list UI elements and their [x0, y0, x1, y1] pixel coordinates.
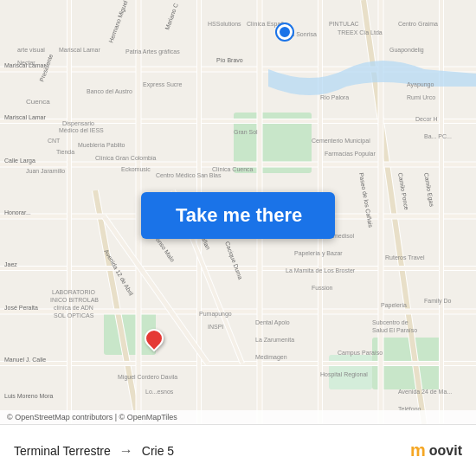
svg-text:Mueblería Pablito: Mueblería Pablito [78, 142, 125, 148]
svg-text:Manuel J. Calle: Manuel J. Calle [4, 357, 46, 363]
svg-text:José Peralta: José Peralta [4, 305, 38, 311]
map-container: Presidente Hermano Miguel Mariano C Pío … [0, 0, 476, 424]
bottom-bar: Terminal Terrestre → Crie 5 m oovit [0, 424, 476, 476]
svg-text:SOL OPTICAS: SOL OPTICAS [54, 312, 94, 318]
svg-text:Salud El Paraíso: Salud El Paraíso [372, 327, 417, 333]
destination-marker [145, 329, 164, 348]
svg-text:Ruteros Travel: Ruteros Travel [385, 254, 425, 261]
svg-text:La Mamita de Los Broster: La Mamita de Los Broster [286, 267, 356, 273]
svg-text:Fussion: Fussion [312, 285, 333, 291]
svg-text:Médico del IESS: Médico del IESS [59, 127, 104, 133]
svg-text:Centro Médico San Blas: Centro Médico San Blas [156, 172, 222, 178]
start-location-marker [277, 24, 293, 40]
svg-text:Campus Paraíso: Campus Paraíso [338, 350, 383, 357]
route-info: Terminal Terrestre → Crie 5 [14, 443, 174, 459]
svg-text:Juan Jaramillo: Juan Jaramillo [26, 168, 65, 174]
svg-text:Dispensario: Dispensario [62, 120, 94, 127]
svg-text:La Zarumenita: La Zarumenita [255, 337, 294, 343]
svg-text:INICO BITROLAB: INICO BITROLAB [50, 297, 99, 303]
svg-text:Patria Artes gráficas: Patria Artes gráficas [125, 48, 180, 55]
svg-text:Luis Moreno Mora: Luis Moreno Mora [4, 393, 54, 399]
svg-text:Subcentro de: Subcentro de [372, 319, 408, 325]
svg-text:Express Sucre: Express Sucre [143, 81, 183, 88]
arrow-icon: → [119, 443, 133, 459]
svg-text:Lo...esnos: Lo...esnos [145, 389, 174, 395]
svg-text:Clínica Gran Colombia: Clínica Gran Colombia [95, 155, 157, 161]
svg-text:Cementerio Municipal: Cementerio Municipal [312, 138, 370, 145]
svg-text:Ayapungo: Ayapungo [407, 81, 434, 88]
to-label: Crie 5 [142, 444, 174, 458]
moovit-text: oovit [429, 443, 462, 459]
svg-text:Mariscal Lamar: Mariscal Lamar [4, 114, 47, 120]
svg-text:HSSolutions: HSSolutions [208, 21, 241, 27]
svg-text:Jaez: Jaez [4, 261, 17, 267]
take-me-there-button[interactable]: Take me there [141, 192, 335, 239]
svg-text:Guapondelig: Guapondelig [389, 47, 424, 54]
svg-text:Nectar: Nectar [17, 60, 35, 66]
svg-text:Honorar...: Honorar... [4, 209, 31, 215]
svg-text:Miguel Cordero Davila: Miguel Cordero Davila [118, 374, 177, 381]
svg-text:arte visual: arte visual [17, 47, 45, 53]
map-attribution: © OpenStreetMap contributors | © OpenMap… [0, 410, 476, 424]
svg-text:Papelería: Papelería [381, 302, 407, 309]
svg-text:Banco del Austro: Banco del Austro [87, 88, 132, 94]
svg-text:Gran Sol: Gran Sol [234, 129, 258, 135]
svg-text:Medimagen: Medimagen [255, 354, 287, 361]
svg-text:Family Do: Family Do [424, 298, 452, 305]
svg-text:clínica de ADN: clínica de ADN [54, 305, 93, 311]
svg-text:Río Palora: Río Palora [320, 94, 349, 100]
svg-text:Tienda: Tienda [56, 149, 74, 155]
svg-text:Decor H: Decor H [415, 116, 438, 122]
svg-text:Avenida 24 de Ma...: Avenida 24 de Ma... [398, 389, 452, 395]
svg-text:Hospital Regional: Hospital Regional [320, 371, 368, 378]
svg-text:LABORATORIO: LABORATORIO [52, 289, 95, 295]
svg-text:Farmacias Popular: Farmacias Popular [325, 151, 376, 158]
svg-text:PINTULAC: PINTULAC [329, 21, 359, 27]
svg-text:TREEX Cía Ltda: TREEX Cía Ltda [338, 29, 383, 35]
svg-text:Calle Larga: Calle Larga [4, 158, 35, 164]
svg-text:Clínica Cuenca: Clínica Cuenca [212, 166, 254, 172]
svg-text:Ba... PC...: Ba... PC... [424, 133, 452, 139]
pin-head [140, 325, 167, 351]
svg-text:Mariscal Lamar: Mariscal Lamar [59, 47, 101, 53]
svg-text:Cuenca: Cuenca [26, 98, 50, 106]
from-label: Terminal Terrestre [14, 444, 111, 458]
moovit-icon: m [410, 441, 426, 460]
svg-text:INSPI: INSPI [208, 324, 223, 330]
svg-text:Rumi Urco: Rumi Urco [407, 94, 435, 100]
svg-text:Eckomusic: Eckomusic [121, 166, 151, 172]
svg-text:Pío Bravo: Pío Bravo [216, 57, 243, 63]
svg-text:Centro Graima: Centro Graima [398, 21, 438, 27]
svg-text:Dental Apolo: Dental Apolo [255, 319, 290, 326]
svg-text:CNT: CNT [48, 138, 61, 144]
svg-text:Papelería y Bazar: Papelería y Bazar [294, 250, 343, 257]
moovit-logo: m oovit [410, 441, 462, 460]
svg-text:Pumapungo: Pumapungo [199, 311, 232, 318]
svg-text:medisol: medisol [333, 233, 355, 239]
